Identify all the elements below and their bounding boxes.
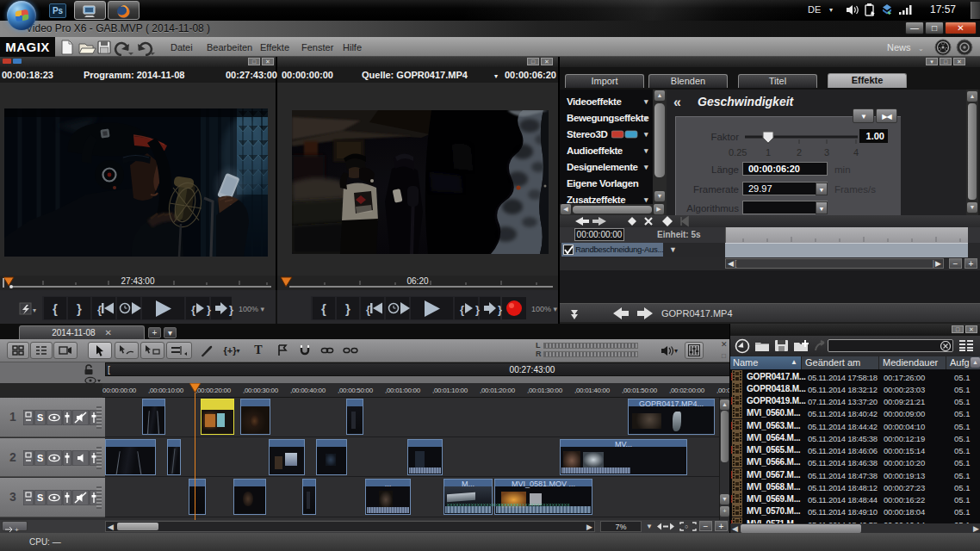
svg-text:S: S bbox=[37, 412, 43, 423]
svg-text:}: } bbox=[207, 303, 211, 316]
svg-text:{: { bbox=[97, 303, 102, 316]
svg-text:}: } bbox=[498, 303, 502, 316]
svg-text:○: ○ bbox=[685, 523, 688, 529]
svg-text:100% ▾: 100% ▾ bbox=[239, 305, 265, 313]
svg-text:{: { bbox=[53, 301, 58, 316]
svg-text:▾: ▾ bbox=[33, 306, 36, 314]
svg-text:S: S bbox=[37, 492, 43, 503]
svg-text:27:43:00: 27:43:00 bbox=[121, 276, 155, 286]
svg-text:}: } bbox=[475, 303, 480, 316]
svg-text:{: { bbox=[366, 303, 370, 316]
svg-text:{: { bbox=[321, 301, 326, 316]
svg-text:{: { bbox=[191, 303, 195, 316]
svg-text:}: } bbox=[229, 303, 233, 316]
svg-text:}: } bbox=[77, 301, 82, 316]
svg-text:}: } bbox=[345, 301, 350, 316]
svg-text:{: { bbox=[460, 303, 464, 316]
svg-text:GOPR0417.MP4: GOPR0417.MP4 bbox=[661, 308, 733, 319]
svg-text:S: S bbox=[37, 453, 43, 463]
svg-text:06:20: 06:20 bbox=[406, 276, 428, 286]
svg-text:100% ▾: 100% ▾ bbox=[531, 305, 558, 313]
